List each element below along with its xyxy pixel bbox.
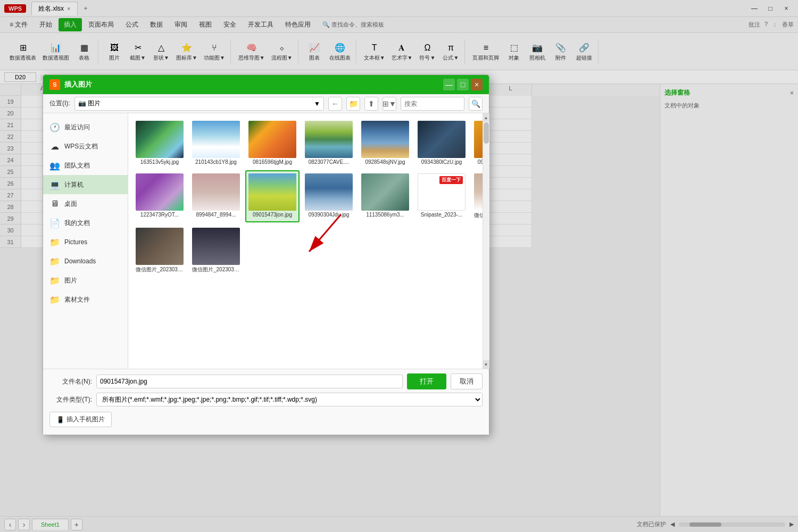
file-name: 0816596tjgM.jpg [253,159,292,165]
file-grid: 163513v5ykj.jpg 210143cb1Y8.jpg 0816596t… [132,118,478,277]
phone-insert-btn[interactable]: 📱 插入手机图片 [49,412,112,427]
file-thumbnail [474,121,483,158]
new-folder-btn[interactable]: 📁 [346,97,360,111]
cloud-icon: ☁ [49,141,60,152]
dialog-title-text: 插入图片 [64,80,443,89]
file-name: 09015473jon.jpg [253,212,292,218]
filename-row: 文件名(N): 打开 取消 [49,373,483,389]
dialog-footer: 文件名(N): 打开 取消 文件类型(T): 所有图片(*.emf;*.wmf;… [43,369,489,435]
file-thumbnail [305,121,353,158]
cancel-btn[interactable]: 取消 [451,373,483,389]
sidebar-team-docs[interactable]: 👥 团队文档 [43,156,128,175]
computer-icon: 💻 [49,179,60,190]
file-item[interactable]: 163513v5ykj.jpg [132,118,187,168]
scroll-down-btn[interactable]: ▼ [483,360,489,369]
file-thumbnail [418,121,466,158]
sidebar-computer[interactable]: 💻 计算机 [43,175,128,194]
file-item[interactable]: 8994847_8994... [189,170,243,222]
dialog-title-icon: S [49,79,60,90]
file-item[interactable]: 0823077CAVE.... [302,118,356,168]
search-input[interactable] [401,97,464,111]
dialog-minimize-btn[interactable]: — [443,79,455,90]
scroll-thumb[interactable] [484,122,489,144]
file-item[interactable]: 11135086ym3... [358,170,412,222]
dialog-scrollbar: ▲ ▼ [483,113,489,369]
file-thumbnail [361,121,409,158]
view-toggle-btn[interactable]: ⊞▼ [383,97,396,111]
sidebar-pictures-label: Pictures [64,238,87,246]
location-dropdown-icon: ▼ [314,100,320,107]
file-item[interactable]: 0951033Jpph.jpg [471,118,483,168]
baidu-badge: 百度一下 [439,176,463,184]
open-btn[interactable]: 打开 [407,373,446,389]
file-name: 0934380lCzU.jpg [421,159,462,165]
file-item[interactable]: 09390304Jdu.jpg [302,170,356,222]
file-item[interactable]: 0934380lCzU.jpg [414,118,469,168]
dialog-sidebar: 🕐 最近访问 ☁ WPS云文档 👥 团队文档 💻 计算机 🖥 桌面 [43,113,128,369]
sidebar-desktop-label: 桌面 [64,200,77,209]
filetype-select[interactable]: 所有图片(*.emf;*.wmf;*.jpg;*.jpeg;*.jpe;*.pn… [96,393,483,406]
sidebar-recent[interactable]: 🕐 最近访问 [43,118,128,137]
sidebar-my-docs[interactable]: 📄 我的文档 [43,213,128,232]
downloads-icon: 📁 [49,256,60,267]
desktop-icon: 🖥 [49,198,60,209]
phone-icon: 📱 [56,416,64,423]
file-thumbnail [136,121,184,158]
file-item[interactable]: 微信图片_20230307153... [132,225,187,277]
file-name: 0823077CAVE.... [309,159,350,165]
insert-image-dialog: S 插入图片 — □ × 位置(I): 📷 图片 ▼ ← 📁 ⬆ ⊞▼ 🔍 [43,74,489,435]
sidebar-wps-cloud[interactable]: ☁ WPS云文档 [43,137,128,156]
file-name: 1223473RyOT... [140,212,179,218]
pictures-icon: 📁 [49,237,60,247]
file-item[interactable]: 0928548sjNV.jpg [358,118,412,168]
dialog-title-buttons: — □ × [443,79,483,90]
file-name: 微信截图_20230102154... [474,212,483,219]
dialog-title-bar: S 插入图片 — □ × [43,75,489,94]
location-select[interactable]: 📷 图片 ▼ [74,97,324,111]
sidebar-my-docs-label: 我的文档 [64,219,90,228]
file-item[interactable]: 微信图片_20230313095... [189,225,243,277]
upload-btn[interactable]: ⬆ [364,97,378,111]
filename-input[interactable] [96,375,403,388]
file-item-baidu[interactable]: 百度一下 Snipaste_2023-... [414,170,469,222]
file-thumbnail [192,173,240,211]
file-thumbnail [192,121,240,158]
team-icon: 👥 [49,160,60,171]
file-name: 微信图片_20230313095... [192,266,240,273]
dialog-file-content: 163513v5ykj.jpg 210143cb1Y8.jpg 0816596t… [128,113,483,369]
file-item[interactable]: 1223473RyOT... [132,170,187,222]
file-name: 210143cb1Y8.jpg [195,159,237,165]
sidebar-computer-label: 计算机 [64,180,84,189]
file-thumbnail [136,173,184,211]
sidebar-images-folder[interactable]: 📁 图片 [43,271,128,290]
search-btn[interactable]: 🔍 [469,97,483,111]
file-name: 163513v5ykj.jpg [140,159,179,165]
sidebar-materials[interactable]: 📁 素材文件 [43,290,128,309]
file-name: Snipaste_2023-... [421,212,462,218]
filename-label: 文件名(N): [49,377,92,386]
file-name: 0928548sjNV.jpg [365,159,405,165]
back-btn[interactable]: ← [328,97,342,111]
app-container: WPS 姓名.xlsx × + — □ × ≡ 文件 开始 插入 页面布局 公式… [0,0,798,532]
scroll-track[interactable] [483,122,489,360]
dialog-close-btn[interactable]: × [471,79,483,90]
file-item[interactable]: 210143cb1Y8.jpg [189,118,243,168]
sidebar-desktop[interactable]: 🖥 桌面 [43,194,128,213]
recent-icon: 🕐 [49,122,60,132]
my-docs-icon: 📄 [49,218,60,228]
file-name: 09390304Jdu.jpg [309,212,350,218]
sidebar-pictures[interactable]: 📁 Pictures [43,232,128,252]
footer-actions: 打开 取消 [407,373,483,389]
sidebar-downloads[interactable]: 📁 Downloads [43,252,128,271]
file-item[interactable]: 微信截图_20230102154... [471,170,483,222]
materials-icon: 📁 [49,294,60,305]
file-item[interactable]: 0816596tjgM.jpg [245,118,300,168]
dialog-body: 🕐 最近访问 ☁ WPS云文档 👥 团队文档 💻 计算机 🖥 桌面 [43,113,489,369]
sidebar-recent-label: 最近访问 [64,123,90,132]
file-item-selected[interactable]: 09015473jon.jpg [245,170,300,222]
dialog-maximize-btn[interactable]: □ [457,79,469,90]
file-thumbnail [192,228,240,265]
scroll-up-btn[interactable]: ▲ [483,113,489,122]
phone-row: 📱 插入手机图片 [49,410,483,427]
location-label: 位置(I): [49,99,70,108]
